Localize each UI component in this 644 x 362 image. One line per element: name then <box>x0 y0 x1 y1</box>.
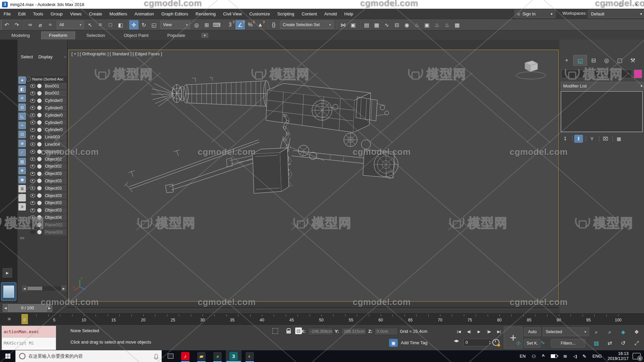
snaps-toggle-icon[interactable]: 3ʔ <box>225 20 235 29</box>
visibility-eye-icon[interactable] <box>30 135 35 139</box>
render-production-icon[interactable]: ♨ <box>432 20 442 29</box>
visibility-eye-icon[interactable] <box>30 230 35 234</box>
spinner-snap-icon[interactable]: ▲ʔ <box>256 20 265 29</box>
workspaces-dropdown[interactable]: Default▼ <box>588 10 644 18</box>
key-filter-selected-dropdown[interactable]: Selected▼ <box>543 327 589 336</box>
absolute-mode-icon[interactable]: ⊡ <box>295 327 302 334</box>
microphone-icon[interactable] <box>155 354 158 358</box>
ribbon-tab-populate[interactable]: Populate <box>160 32 193 39</box>
selection-filter-dropdown[interactable]: All▼ <box>57 21 84 29</box>
explorer-horizontal-scrollbar[interactable]: ◀ ▶ <box>22 286 66 291</box>
layout-flyout-arrow[interactable]: ▶ <box>3 268 12 278</box>
menu-arnold[interactable]: Arnold <box>321 9 341 19</box>
filter-containers-icon[interactable]: ⊕ <box>18 140 26 147</box>
list-item[interactable]: Object04 <box>25 214 66 221</box>
scrollbar-track[interactable] <box>27 286 61 291</box>
y-coordinate-field[interactable]: 168.315cm <box>341 328 366 335</box>
input-language[interactable]: ENG <box>592 354 602 359</box>
list-item[interactable]: Object03 <box>25 207 66 214</box>
rectangular-selection-region-icon[interactable]: □ <box>106 20 115 29</box>
key-filters-button[interactable]: Filters... <box>551 339 585 348</box>
explorer-swatch-icon[interactable] <box>18 194 26 201</box>
redo-icon[interactable]: ↷ <box>12 20 21 29</box>
explorer-list-icon[interactable]: ≡ <box>18 203 26 210</box>
curve-editor-icon[interactable]: ∿ <box>382 20 391 29</box>
key-mode-toggle[interactable]: ◀▶ <box>454 339 459 343</box>
list-item[interactable]: Object03 <box>25 199 66 206</box>
menu-modifiers[interactable]: Modifiers <box>106 9 131 19</box>
named-selection-sets-dropdown[interactable]: Create Selection Set▼ <box>280 21 333 29</box>
filter-materials-icon[interactable]: ▤ <box>18 158 26 165</box>
filter-shapes-icon[interactable]: ◧ <box>18 85 26 93</box>
visibility-eye-icon[interactable] <box>30 128 35 132</box>
maximize-button[interactable]: ▢ <box>613 0 629 9</box>
zoom-all-icon[interactable]: ⌕ <box>603 326 616 338</box>
pen-icon[interactable]: ✎ <box>583 354 587 359</box>
filter-helpers-icon[interactable]: ◺ <box>18 113 26 120</box>
time-tag-cube-icon[interactable]: ▣ <box>389 339 398 347</box>
maximize-viewport-icon[interactable]: ⤢ <box>630 338 643 349</box>
zoom-extents-icon[interactable]: ◈ <box>616 326 630 338</box>
explorer-properties-icon[interactable]: ≣ <box>18 185 26 192</box>
region-zoom-icon[interactable]: ▧ <box>590 338 603 349</box>
next-frame-button[interactable]: |▶ <box>484 327 494 336</box>
menu-views[interactable]: Views <box>66 9 85 19</box>
set-key-button[interactable]: Set K. <box>524 339 541 348</box>
minimize-button[interactable]: – <box>598 0 613 9</box>
tab-display[interactable]: ▢ <box>613 55 626 66</box>
edit-named-selection-sets-icon[interactable]: {} <box>269 20 278 29</box>
visibility-eye-icon[interactable] <box>30 194 35 197</box>
list-item[interactable]: Cylinder0 <box>25 126 66 133</box>
zoom-extents-all-icon[interactable]: ❖ <box>630 326 643 338</box>
scroll-right-icon[interactable]: ▶ <box>61 286 66 291</box>
render-setup-icon[interactable]: ♨ <box>412 20 422 29</box>
select-by-name-icon[interactable]: ≡ <box>96 20 105 29</box>
clock[interactable]: 16:132019/12/17 <box>607 351 629 361</box>
use-pivot-center-icon[interactable]: ◎ <box>192 20 201 29</box>
current-frame-field[interactable]: 0▲▼ <box>464 339 492 346</box>
visibility-eye-icon[interactable] <box>30 99 35 103</box>
viewport-layout-tab[interactable] <box>1 282 16 301</box>
taskbar-app-netease-music[interactable]: ♪ <box>177 350 193 362</box>
mini-curve-editor-icon[interactable]: ≋ <box>7 316 11 321</box>
visibility-eye-icon[interactable] <box>30 142 35 146</box>
menu-content[interactable]: Content <box>298 9 321 19</box>
list-item[interactable]: Plane003 <box>25 229 66 236</box>
isolate-selection-icon[interactable] <box>272 328 278 334</box>
visibility-eye-icon[interactable] <box>30 157 35 161</box>
visibility-eye-icon[interactable] <box>30 216 35 219</box>
undo-icon[interactable]: ↶ <box>2 20 11 29</box>
taskbar-search-input[interactable]: 在这里输入你要搜索的内容 <box>15 350 162 362</box>
material-editor-icon[interactable]: ◉ <box>402 20 412 29</box>
start-button[interactable] <box>0 350 15 362</box>
pan-icon[interactable]: ⇄ <box>603 338 616 349</box>
visibility-eye-icon[interactable] <box>30 150 35 154</box>
filter-frozen-icon[interactable]: ❄ <box>18 167 26 174</box>
filter-cameras-icon[interactable]: ◘ <box>18 104 26 111</box>
mirror-icon[interactable]: ⋈ <box>338 20 348 29</box>
filter-lights-icon[interactable]: ☀ <box>18 95 26 102</box>
layer-explorer-icon[interactable]: ▤ <box>362 20 371 29</box>
task-view-button[interactable] <box>164 350 177 362</box>
list-item[interactable]: Object01 <box>25 148 66 155</box>
filter-bones-icon[interactable]: ∕ <box>18 149 26 156</box>
list-item[interactable]: Cylinder0 <box>25 112 66 119</box>
list-item[interactable]: Cylinder0 <box>25 97 66 104</box>
wifi-icon[interactable]: ≋ <box>563 353 568 359</box>
visibility-eye-icon[interactable] <box>30 186 35 190</box>
reference-coordinate-dropdown[interactable]: View▼ <box>160 21 190 29</box>
input-language-short[interactable]: EN <box>520 354 526 359</box>
visibility-eye-icon[interactable] <box>30 84 35 88</box>
hidden-icons-chevron[interactable]: ^ <box>542 354 545 359</box>
menu-edit[interactable]: Edit <box>14 9 29 19</box>
ribbon-tab-freeform[interactable]: Freeform <box>41 32 75 39</box>
filter-space-warps-icon[interactable]: ≈ <box>18 122 26 129</box>
z-coordinate-field[interactable]: 0.0cm <box>374 328 398 335</box>
time-slider-button[interactable]: 0 / 100 <box>8 304 47 312</box>
viewport[interactable]: [ + ] [ Orthographic ] [ Standard ] [ Ed… <box>68 50 559 302</box>
time-slider-track[interactable] <box>67 307 558 309</box>
menu-animation[interactable]: Animation <box>131 9 158 19</box>
list-item[interactable]: Plane002 <box>25 221 66 228</box>
menu-civil-view[interactable]: Civil View <box>219 9 246 19</box>
ribbon-tab-object-paint[interactable]: Object Paint <box>116 32 156 39</box>
